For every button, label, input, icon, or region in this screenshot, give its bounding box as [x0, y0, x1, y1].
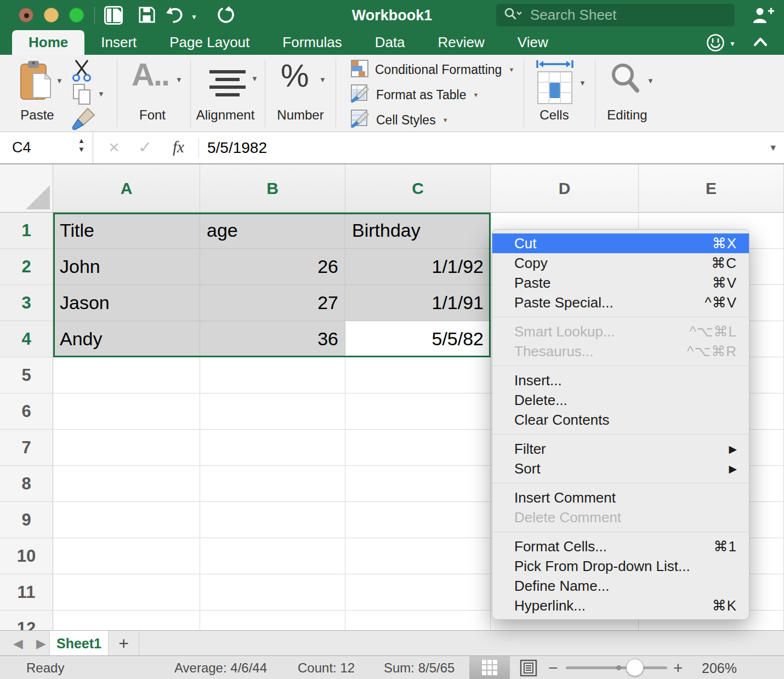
- tab-review[interactable]: Review: [422, 30, 501, 55]
- row-header-7[interactable]: 7: [0, 430, 53, 466]
- cell-A1[interactable]: Title: [53, 213, 200, 249]
- menu-item-format-cells[interactable]: Format Cells...⌘1: [492, 537, 749, 556]
- column-header-C[interactable]: C: [345, 164, 491, 213]
- tab-formulas[interactable]: Formulas: [266, 30, 358, 55]
- copy-dropdown-icon[interactable]: ▼: [98, 90, 105, 98]
- menu-item-hyperlink[interactable]: Hyperlink...⌘K: [492, 596, 749, 615]
- column-header-D[interactable]: D: [491, 164, 639, 213]
- cell-B3[interactable]: 27: [200, 285, 345, 321]
- alignment-dropdown-icon[interactable]: ▼: [251, 75, 258, 83]
- cell-A9[interactable]: [53, 502, 200, 538]
- cell-C5[interactable]: [345, 357, 491, 393]
- formula-bar-expand-icon[interactable]: ▼: [769, 143, 777, 153]
- tab-home[interactable]: Home: [12, 30, 84, 55]
- menu-item-filter[interactable]: Filter▶: [492, 439, 749, 459]
- add-sheet-button[interactable]: +: [109, 631, 139, 656]
- feedback-dropdown-icon[interactable]: ▼: [729, 40, 736, 48]
- zoom-slider-knob[interactable]: [626, 659, 644, 676]
- cell-B2[interactable]: 26: [200, 249, 345, 285]
- sheet-nav-right-icon[interactable]: ▶: [36, 631, 46, 656]
- menu-item-clear-contents[interactable]: Clear Contents: [492, 410, 749, 430]
- conditional-formatting-button[interactable]: Conditional Formatting ▼: [351, 60, 514, 79]
- cells-dropdown-icon[interactable]: ▼: [579, 79, 586, 87]
- copy-icon[interactable]: [72, 83, 92, 109]
- cell-C12[interactable]: [345, 610, 491, 630]
- menu-item-copy[interactable]: Copy⌘C: [492, 253, 749, 273]
- cell-A6[interactable]: [53, 393, 200, 430]
- row-header-10[interactable]: 10: [0, 538, 53, 574]
- cell-C11[interactable]: [345, 574, 491, 610]
- row-header-11[interactable]: 11: [0, 574, 53, 610]
- menu-item-sort[interactable]: Sort▶: [492, 459, 749, 478]
- cell-B6[interactable]: [200, 393, 345, 430]
- menu-item-define-name[interactable]: Define Name...: [492, 576, 749, 596]
- formula-input[interactable]: 5/5/1982: [207, 139, 267, 157]
- cell-B9[interactable]: [200, 502, 345, 538]
- paste-button[interactable]: [20, 60, 52, 105]
- zoom-in-button[interactable]: +: [673, 659, 683, 677]
- cell-B4[interactable]: 36: [200, 321, 345, 357]
- menu-item-insert-comment[interactable]: Insert Comment: [492, 488, 749, 507]
- cell-A8[interactable]: [53, 466, 200, 502]
- cell-A2[interactable]: John: [53, 249, 200, 285]
- feedback-smiley-icon[interactable]: [706, 33, 725, 54]
- menu-item-paste[interactable]: Paste⌘V: [492, 273, 749, 293]
- cell-A5[interactable]: [53, 357, 200, 393]
- menu-item-pick-from-drop-down-list[interactable]: Pick From Drop-down List...: [492, 556, 749, 576]
- zoom-percentage[interactable]: 206%: [702, 660, 737, 676]
- formula-cancel-icon[interactable]: ×: [109, 136, 120, 158]
- editing-dropdown-icon[interactable]: ▼: [647, 77, 654, 85]
- menu-item-insert[interactable]: Insert...: [492, 370, 749, 390]
- cell-styles-button[interactable]: Cell Styles ▼: [351, 111, 448, 129]
- cell-B10[interactable]: [200, 538, 345, 574]
- normal-view-button[interactable]: [469, 656, 510, 679]
- zoom-out-button[interactable]: −: [548, 659, 558, 677]
- cell-C2[interactable]: 1/1/92: [345, 249, 491, 285]
- cell-C8[interactable]: [345, 466, 491, 502]
- cell-A11[interactable]: [53, 574, 200, 610]
- sheet-nav-left-icon[interactable]: ◀: [13, 631, 23, 656]
- cell-C6[interactable]: [345, 393, 491, 430]
- cell-C10[interactable]: [345, 538, 491, 574]
- cell-A4[interactable]: Andy: [53, 321, 200, 357]
- row-header-4[interactable]: 4: [0, 321, 53, 357]
- cell-B12[interactable]: [200, 610, 345, 630]
- font-button[interactable]: A..: [132, 56, 169, 93]
- cut-scissors-icon[interactable]: [71, 59, 92, 84]
- insert-function-icon[interactable]: fx: [173, 138, 184, 156]
- row-header-2[interactable]: 2: [0, 249, 53, 285]
- cell-B7[interactable]: [200, 430, 345, 466]
- number-dropdown-icon[interactable]: ▼: [319, 76, 326, 84]
- row-header-1[interactable]: 1: [0, 213, 53, 249]
- menu-item-cut[interactable]: Cut⌘X: [492, 233, 749, 253]
- column-header-A[interactable]: A: [53, 164, 200, 213]
- number-button[interactable]: %: [281, 57, 309, 94]
- row-header-6[interactable]: 6: [0, 393, 53, 430]
- tab-insert[interactable]: Insert: [84, 30, 153, 55]
- format-as-table-button[interactable]: Format as Table ▼: [351, 85, 479, 104]
- formula-enter-icon[interactable]: ✓: [138, 138, 152, 157]
- cell-C7[interactable]: [345, 430, 491, 466]
- column-header-B[interactable]: B: [200, 164, 345, 213]
- share-person-add-icon[interactable]: [752, 7, 775, 26]
- row-header-9[interactable]: 9: [0, 502, 53, 538]
- menu-item-paste-special[interactable]: Paste Special...^⌘V: [492, 293, 749, 312]
- cell-A10[interactable]: [53, 538, 200, 574]
- cell-A7[interactable]: [53, 430, 200, 466]
- search-input[interactable]: Search Sheet: [496, 4, 735, 26]
- sheet-tab-sheet1[interactable]: Sheet1: [49, 631, 109, 656]
- cell-B5[interactable]: [200, 357, 345, 393]
- cell-A3[interactable]: Jason: [53, 285, 200, 321]
- tab-page-layout[interactable]: Page Layout: [153, 30, 266, 55]
- font-dropdown-icon[interactable]: ▼: [175, 76, 183, 84]
- alignment-button[interactable]: [209, 70, 246, 101]
- row-header-8[interactable]: 8: [0, 466, 53, 502]
- row-header-5[interactable]: 5: [0, 357, 53, 393]
- cell-A12[interactable]: [53, 610, 200, 630]
- cells-button[interactable]: [535, 59, 575, 107]
- cell-C3[interactable]: 1/1/91: [345, 285, 491, 321]
- cell-B11[interactable]: [200, 574, 345, 610]
- row-header-3[interactable]: 3: [0, 285, 53, 321]
- cell-B1[interactable]: age: [200, 213, 345, 249]
- tab-data[interactable]: Data: [359, 30, 422, 55]
